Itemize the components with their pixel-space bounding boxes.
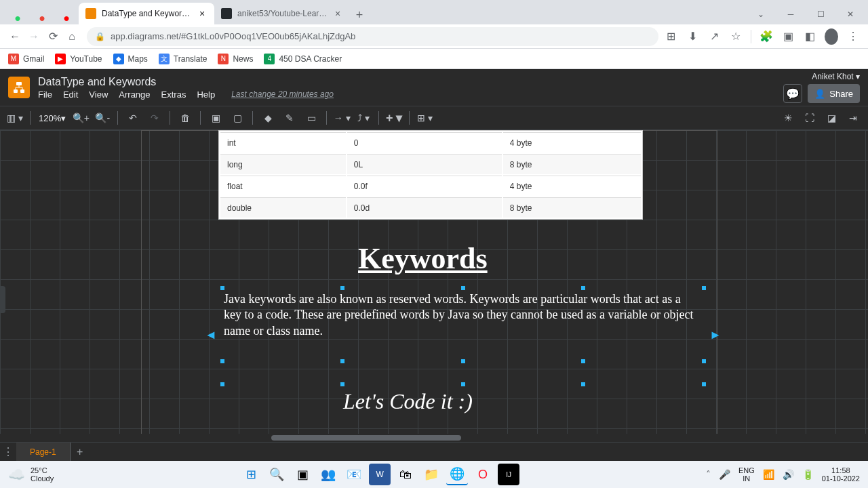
tray-chevron-icon[interactable]: ˄ [706, 469, 711, 480]
to-front-button[interactable]: ▣ [206, 108, 225, 127]
format-button[interactable]: ◪ [822, 108, 841, 127]
menu-extras[interactable]: Extras [161, 89, 186, 100]
start-button[interactable]: ⊞ [240, 464, 262, 485]
opera-icon[interactable]: O [472, 464, 494, 485]
selection-handle[interactable] [581, 359, 585, 363]
wifi-icon[interactable]: 📶 [763, 469, 774, 480]
whatsapp-icon[interactable]: ● [14, 12, 21, 24]
menu-view[interactable]: View [89, 89, 108, 100]
tab-close-icon[interactable]: × [332, 8, 343, 19]
selection-handle[interactable] [702, 382, 706, 386]
language-indicator[interactable]: ENG IN [738, 466, 755, 483]
mic-icon[interactable]: 🎤 [719, 469, 730, 480]
selection-handle[interactable] [220, 286, 224, 290]
drawio-logo-icon[interactable] [8, 77, 30, 98]
maximize-icon[interactable]: ☐ [806, 4, 835, 24]
theme-button[interactable]: ☀ [778, 108, 797, 127]
resize-arrow-right-icon[interactable]: ► [709, 328, 723, 342]
selection-handle[interactable] [702, 359, 706, 363]
add-page-button[interactable]: + [71, 446, 90, 458]
selection-handle[interactable] [461, 382, 465, 386]
menu-icon[interactable]: ⋮ [846, 30, 860, 43]
chrome-icon[interactable]: 🌐 [446, 464, 468, 485]
word-icon[interactable]: W [369, 464, 391, 485]
insert-button[interactable]: + ▾ [384, 108, 403, 127]
selection-handle[interactable] [340, 382, 344, 386]
lets-code-text[interactable]: Let's Code it :) [343, 389, 473, 414]
keywords-paragraph[interactable]: Java keywords are also known as reserved… [224, 291, 698, 339]
last-change-text[interactable]: Last change 20 minutes ago [231, 89, 334, 99]
bookmark-translate[interactable]: 文Translate [159, 54, 208, 64]
side-panel-icon[interactable]: ◧ [803, 30, 816, 43]
url-input[interactable]: 🔒 app.diagrams.net/#G1tkLo0vP0Ooq1VEO0ub… [87, 27, 658, 46]
fill-color-button[interactable]: ◆ [258, 108, 277, 127]
collapse-left-panel[interactable] [0, 286, 5, 313]
user-name[interactable]: Aniket Khot [812, 72, 853, 81]
comments-button[interactable]: 💬 [783, 84, 802, 103]
share-button[interactable]: 👤Share [808, 84, 860, 103]
waypoints-button[interactable]: ⤴ ▾ [354, 108, 373, 127]
connection-button[interactable]: → ▾ [332, 108, 351, 127]
bookmark-gmail[interactable]: MGmail [8, 54, 44, 64]
menu-file[interactable]: File [38, 89, 52, 100]
canvas[interactable]: int04 byte long0L8 byte float0.0f4 byte … [0, 130, 868, 442]
intellij-icon[interactable]: IJ [498, 464, 519, 485]
bookmark-star-icon[interactable]: ☆ [729, 30, 743, 43]
selection-handle[interactable] [581, 382, 585, 386]
download-icon[interactable]: ⬇ [686, 30, 699, 43]
redo-button[interactable]: ↷ [145, 108, 164, 127]
profile-avatar[interactable] [825, 28, 838, 45]
collapse-right-button[interactable]: ⇥ [844, 108, 863, 127]
new-tab-button[interactable]: + [350, 5, 369, 24]
selection-handle[interactable] [461, 286, 465, 290]
table-button[interactable]: ⊞ ▾ [415, 108, 434, 127]
store-icon[interactable]: 🛍 [395, 464, 416, 485]
keywords-heading[interactable]: Keywords [358, 241, 488, 276]
bookmark-dsa[interactable]: 4450 DSA Cracker [264, 54, 342, 64]
menu-edit[interactable]: Edit [63, 89, 78, 100]
selection-handle[interactable] [581, 286, 585, 290]
tab-active[interactable]: DataType and Keywords - diagra × [79, 3, 214, 24]
datatype-table[interactable]: int04 byte long0L8 byte float0.0f4 byte … [218, 130, 643, 220]
back-button[interactable]: ← [5, 27, 24, 46]
delete-button[interactable]: 🗑 [176, 108, 195, 127]
teams-icon[interactable]: 👥 [317, 464, 339, 485]
reading-list-icon[interactable]: ▣ [781, 30, 795, 43]
tab-close-icon[interactable]: × [197, 8, 208, 19]
page-tab-menu-icon[interactable]: ⋮ [0, 445, 16, 458]
zoom-select[interactable]: 120% ▾ [36, 112, 68, 125]
clock[interactable]: 11:58 01-10-2022 [822, 466, 860, 483]
volume-icon[interactable]: 🔊 [783, 469, 794, 480]
explorer-icon[interactable]: 📁 [420, 464, 442, 485]
selection-handle[interactable] [220, 382, 224, 386]
battery-icon[interactable]: 🔋 [802, 469, 814, 480]
chevron-down-icon[interactable]: ⌄ [746, 4, 776, 24]
weather-widget[interactable]: ☁️ 25°C Cloudy [8, 466, 54, 483]
to-back-button[interactable]: ▢ [228, 108, 247, 127]
selection-handle[interactable] [340, 286, 344, 290]
selection-handle[interactable] [220, 359, 224, 363]
selection-handle[interactable] [461, 359, 465, 363]
minimize-icon[interactable]: ─ [776, 4, 806, 24]
install-icon[interactable]: ⊞ [664, 30, 677, 43]
fullscreen-button[interactable]: ⛶ [800, 108, 819, 127]
selection-handle[interactable] [702, 286, 706, 290]
menu-help[interactable]: Help [197, 89, 215, 100]
youtube-icon[interactable]: ● [63, 12, 70, 24]
gmail-icon[interactable]: ● [39, 12, 45, 24]
bookmark-maps[interactable]: ◆Maps [113, 54, 148, 64]
horizontal-scrollbar[interactable] [0, 434, 868, 442]
zoom-in-button[interactable]: 🔍+ [71, 108, 90, 127]
document-title[interactable]: DataType and Keywords [38, 76, 783, 88]
shadow-button[interactable]: ▭ [302, 108, 321, 127]
task-view-button[interactable]: ▣ [292, 464, 313, 485]
resize-arrow-left-icon[interactable]: ◄ [205, 328, 218, 342]
bookmark-youtube[interactable]: ▶YouTube [55, 54, 102, 64]
menu-arrange[interactable]: Arrange [119, 89, 150, 100]
sidebar-toggle-button[interactable]: ▥ ▾ [5, 108, 24, 127]
home-button[interactable]: ⌂ [62, 27, 81, 46]
share-page-icon[interactable]: ↗ [707, 30, 721, 43]
selection-handle[interactable] [340, 359, 344, 363]
bookmark-news[interactable]: NNews [218, 54, 253, 64]
close-window-icon[interactable]: ✕ [835, 4, 865, 24]
